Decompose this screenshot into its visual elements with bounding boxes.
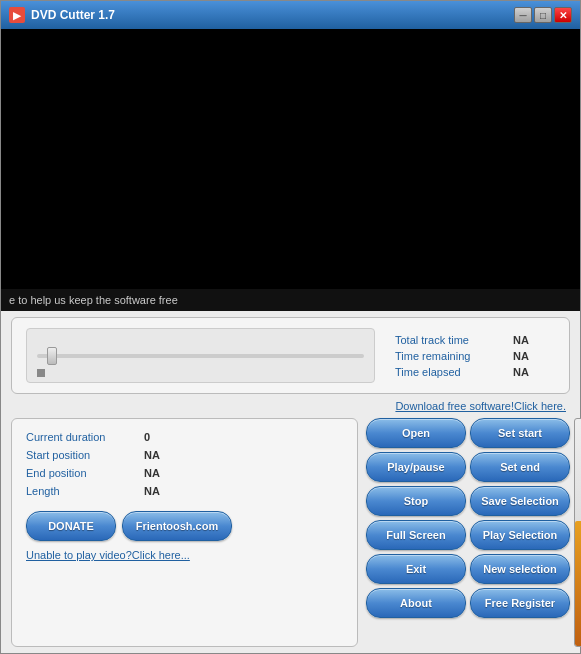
ticker-text: e to help us keep the software free [9, 294, 178, 306]
current-duration-value: 0 [144, 431, 150, 443]
current-duration-row: Current duration 0 [26, 431, 343, 443]
new-selection-button[interactable]: New selection [470, 554, 570, 584]
app-icon: ▶ [9, 7, 25, 23]
play-selection-button[interactable]: Play Selection [470, 520, 570, 550]
exit-button[interactable]: Exit [366, 554, 466, 584]
time-elapsed-value: NA [513, 366, 529, 378]
unable-to-play-link[interactable]: Unable to play video?Click here... [26, 547, 343, 563]
set-end-button[interactable]: Set end [470, 452, 570, 482]
length-value: NA [144, 485, 160, 497]
total-track-time-row: Total track time NA [395, 334, 555, 346]
main-window: ▶ DVD Cutter 1.7 ─ □ ✕ e to help us keep… [0, 0, 581, 654]
info-panel: Current duration 0 Start position NA End… [11, 418, 358, 647]
open-button[interactable]: Open [366, 418, 466, 448]
title-bar: ▶ DVD Cutter 1.7 ─ □ ✕ [1, 1, 580, 29]
slider-handle[interactable] [47, 347, 57, 365]
play-pause-button[interactable]: Play/pause [366, 452, 466, 482]
buttons-row-5: Exit New selection [366, 554, 570, 584]
stop-button[interactable]: Stop [366, 486, 466, 516]
maximize-button[interactable]: □ [534, 7, 552, 23]
track-info: Total track time NA Time remaining NA Ti… [395, 334, 555, 378]
total-track-time-value: NA [513, 334, 529, 346]
control-buttons-panel: Open Set start Play/pause Set end Stop S… [366, 418, 570, 647]
frientoosh-button[interactable]: Frientoosh.com [122, 511, 232, 541]
total-track-time-label: Total track time [395, 334, 505, 346]
buttons-row-2: Play/pause Set end [366, 452, 570, 482]
buttons-row-6: About Free Register [366, 588, 570, 618]
time-remaining-label: Time remaining [395, 350, 505, 362]
slider-marker [37, 369, 45, 377]
full-screen-button[interactable]: Full Screen [366, 520, 466, 550]
length-label: Length [26, 485, 136, 497]
info-panel-buttons: DONATE Frientoosh.com [26, 511, 343, 541]
time-elapsed-label: Time elapsed [395, 366, 505, 378]
bottom-section: Current duration 0 Start position NA End… [11, 418, 570, 647]
minimize-button[interactable]: ─ [514, 7, 532, 23]
track-panel: Total track time NA Time remaining NA Ti… [11, 317, 570, 394]
buttons-row-3: Stop Save Selection [366, 486, 570, 516]
save-selection-button[interactable]: Save Selection [470, 486, 570, 516]
start-position-value: NA [144, 449, 160, 461]
download-link[interactable]: Download free software!Click here. [11, 400, 570, 412]
time-remaining-value: NA [513, 350, 529, 362]
close-button[interactable]: ✕ [554, 7, 572, 23]
end-position-row: End position NA [26, 467, 343, 479]
start-position-row: Start position NA [26, 449, 343, 461]
ticker-bar: e to help us keep the software free [1, 289, 580, 311]
time-elapsed-row: Time elapsed NA [395, 366, 555, 378]
about-button[interactable]: About [366, 588, 466, 618]
battery-fill [575, 521, 581, 646]
current-duration-label: Current duration [26, 431, 136, 443]
time-remaining-row: Time remaining NA [395, 350, 555, 362]
buttons-row-4: Full Screen Play Selection [366, 520, 570, 550]
video-display [1, 29, 580, 289]
start-position-label: Start position [26, 449, 136, 461]
set-start-button[interactable]: Set start [470, 418, 570, 448]
main-content: Total track time NA Time remaining NA Ti… [1, 311, 580, 653]
timeline-slider[interactable] [26, 328, 375, 383]
slider-track [37, 354, 364, 358]
free-register-button[interactable]: Free Register [470, 588, 570, 618]
buttons-row-1: Open Set start [366, 418, 570, 448]
end-position-label: End position [26, 467, 136, 479]
donate-button[interactable]: DONATE [26, 511, 116, 541]
length-row: Length NA [26, 485, 343, 497]
title-buttons: ─ □ ✕ [514, 7, 572, 23]
end-position-value: NA [144, 467, 160, 479]
battery-indicator [574, 418, 581, 647]
window-title: DVD Cutter 1.7 [31, 8, 514, 22]
